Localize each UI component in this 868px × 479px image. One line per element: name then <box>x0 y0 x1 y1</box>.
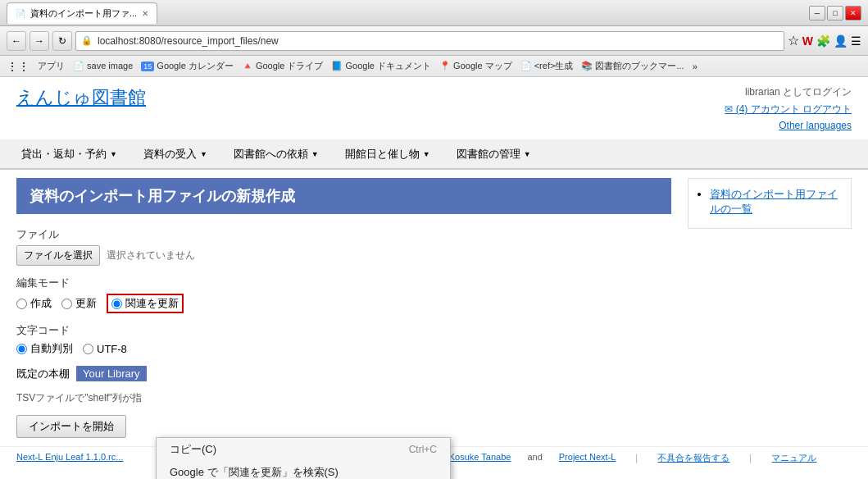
nav-calendar-label: 開館日と催し物 <box>345 147 420 162</box>
radio-update-input[interactable] <box>61 299 72 309</box>
file-choose-button[interactable]: ファイルを選択 <box>16 245 100 266</box>
browser-titlebar: 📄 資料のインポート用ファ... ✕ ─ □ ✕ <box>0 0 868 26</box>
charset-label: 文字コード <box>16 323 671 338</box>
radio-create-input[interactable] <box>16 299 27 309</box>
close-button[interactable]: ✕ <box>845 6 861 21</box>
nav-management[interactable]: 図書館の管理 ▼ <box>443 142 544 167</box>
ctx-google-label: Google で「関連を更新」を検索(S) <box>170 465 339 479</box>
ctx-google-search[interactable]: Google で「関連を更新」を検索(S) <box>157 461 450 479</box>
nav-calendar[interactable]: 開館日と催し物 ▼ <box>332 142 443 167</box>
nav-checkout-label: 貸出・返却・予約 <box>21 147 107 162</box>
nav-checkout[interactable]: 貸出・返却・予約 ▼ <box>8 142 130 167</box>
footer-kosuke-link[interactable]: Kosuke Tanabe <box>449 452 511 464</box>
nav-management-label: 図書館の管理 <box>457 147 520 162</box>
bookmark-gmap[interactable]: 📍 Google マップ <box>439 60 512 72</box>
edit-mode-section: 編集モード 作成 更新 関連を更新 <box>16 276 671 313</box>
shelf-row: 既定の本棚 Your Library <box>16 366 671 381</box>
tab-icon: 📄 <box>16 9 25 18</box>
bookmark-save-image[interactable]: 📄 save image <box>73 61 133 71</box>
tsv-info: TSVファイルで"shelf"列が指 <box>16 391 671 405</box>
tab-close-button[interactable]: ✕ <box>142 9 148 18</box>
refresh-button[interactable]: ↻ <box>52 31 72 51</box>
nav-receive-arrow: ▼ <box>200 150 207 158</box>
shelf-label: 既定の本棚 <box>16 367 70 381</box>
ctx-copy-shortcut: Ctrl+C <box>409 444 437 455</box>
account-links[interactable]: ✉ (4) アカウント ログアウト <box>725 103 852 116</box>
sidebar: 資料のインポート用ファイルの一覧 <box>688 178 852 438</box>
radio-update-label: 更新 <box>75 296 97 311</box>
url-text: localhost:8080/resource_import_files/new <box>98 35 279 47</box>
minimize-button[interactable]: ─ <box>809 6 825 21</box>
back-button[interactable]: ← <box>7 31 26 51</box>
page-content: えんじゅ図書館 librarian としてログイン ✉ (4) アカウント ログ… <box>0 77 868 469</box>
sidebar-list: 資料のインポート用ファイルの一覧 <box>697 187 843 217</box>
radio-create[interactable]: 作成 <box>16 296 52 311</box>
radio-auto-input[interactable] <box>16 344 27 354</box>
bookmark-apps[interactable]: アプリ <box>38 60 65 72</box>
radio-auto[interactable]: 自動判別 <box>16 341 73 356</box>
shelf-section: 既定の本棚 Your Library TSVファイルで"shelf"列が指 <box>16 366 671 405</box>
import-button[interactable]: インポートを開始 <box>16 415 126 438</box>
footer-project-link[interactable]: Project Next-L <box>559 452 616 464</box>
radio-create-label: 作成 <box>30 296 52 311</box>
login-info: librarian としてログイン <box>725 85 852 99</box>
radio-utf8-label: UTF-8 <box>97 343 127 355</box>
radio-related[interactable]: 関連を更新 <box>107 294 184 313</box>
footer-and: and <box>527 452 542 464</box>
bookmark-library[interactable]: 📚 図書館のブックマー... <box>581 60 684 72</box>
w-icon[interactable]: W <box>802 34 813 48</box>
profile-icon[interactable]: 👤 <box>834 34 848 48</box>
footer-enju-leaf[interactable]: Next-L Enju Leaf 1.1.0.rc... <box>16 452 123 464</box>
bookmark-gcal[interactable]: 15 Google カレンダー <box>141 60 234 72</box>
nav-request-label: 図書館への依頼 <box>234 147 308 162</box>
sidebar-list-item: 資料のインポート用ファイルの一覧 <box>710 187 843 217</box>
nav-receive[interactable]: 資料の受入 ▼ <box>130 142 220 167</box>
radio-auto-label: 自動判別 <box>30 341 73 356</box>
sidebar-box: 資料のインポート用ファイルの一覧 <box>688 178 852 229</box>
footer-sep3: ｜ <box>746 452 755 464</box>
charset-section: 文字コード 自動判別 UTF-8 <box>16 323 671 356</box>
star-icon[interactable]: ☆ <box>788 33 799 48</box>
nav-management-arrow: ▼ <box>524 150 531 158</box>
file-label: ファイル <box>16 227 671 242</box>
radio-utf8[interactable]: UTF-8 <box>83 343 127 355</box>
sidebar-import-list-link[interactable]: 資料のインポート用ファイルの一覧 <box>710 188 838 215</box>
footer-enju-leaf-link[interactable]: Next-L Enju Leaf 1.1.0.rc... <box>16 452 123 462</box>
file-row: ファイルを選択 選択されていません <box>16 245 671 266</box>
menu-icon[interactable]: ☰ <box>851 34 861 48</box>
context-menu[interactable]: コピー(C) Ctrl+C Google で「関連を更新」を検索(S) 印刷(P… <box>156 437 451 479</box>
edit-mode-radios: 作成 更新 関連を更新 <box>16 294 671 313</box>
toolbar-icons: ☆ W 🧩 👤 ☰ <box>788 33 861 48</box>
extensions-icon[interactable]: 🧩 <box>816 34 830 48</box>
navigation-bar: 貸出・返却・予約 ▼ 資料の受入 ▼ 図書館への依頼 ▼ 開館日と催し物 ▼ 図… <box>0 140 868 170</box>
address-bar[interactable]: 🔒 localhost:8080/resource_import_files/n… <box>75 31 784 51</box>
site-header: えんじゅ図書館 librarian としてログイン ✉ (4) アカウント ログ… <box>0 77 868 140</box>
forward-button[interactable]: → <box>30 31 49 51</box>
site-logo[interactable]: えんじゅ図書館 <box>16 85 146 110</box>
edit-mode-label: 編集モード <box>16 276 671 290</box>
header-right: librarian としてログイン ✉ (4) アカウント ログアウト Othe… <box>725 85 852 131</box>
apps-icon[interactable]: ⋮⋮ <box>7 60 30 73</box>
footer-bug-link[interactable]: 不具合を報告する <box>657 452 729 464</box>
tab-title: 資料のインポート用ファ... <box>30 7 137 20</box>
other-languages-link[interactable]: Other languages <box>725 120 852 131</box>
no-file-text: 選択されていません <box>107 249 195 262</box>
maximize-button[interactable]: □ <box>827 6 843 21</box>
file-section: ファイル ファイルを選択 選択されていません <box>16 227 671 266</box>
window-controls: ─ □ ✕ <box>809 6 861 21</box>
radio-related-label: 関連を更新 <box>125 296 179 311</box>
ctx-copy-label: コピー(C) <box>170 442 216 457</box>
bookmark-gdrive[interactable]: 🔺 Google ドライブ <box>242 60 324 72</box>
nav-request[interactable]: 図書館への依頼 ▼ <box>220 142 332 167</box>
radio-update[interactable]: 更新 <box>61 296 97 311</box>
bookmark-gdocs[interactable]: 📘 Google ドキュメント <box>331 60 431 72</box>
browser-tab[interactable]: 📄 資料のインポート用ファ... ✕ <box>7 2 157 24</box>
bookmark-more[interactable]: » <box>693 62 698 71</box>
nav-calendar-arrow: ▼ <box>423 150 430 158</box>
footer-manual-link[interactable]: マニュアル <box>771 452 816 464</box>
ctx-copy[interactable]: コピー(C) Ctrl+C <box>157 438 450 461</box>
radio-related-input[interactable] <box>111 299 122 309</box>
main-area: 資料のインポート用ファイルの新規作成 ファイル ファイルを選択 選択されていませ… <box>0 170 868 446</box>
bookmark-ref[interactable]: 📄 <ref>生成 <box>520 60 574 72</box>
radio-utf8-input[interactable] <box>83 344 93 354</box>
